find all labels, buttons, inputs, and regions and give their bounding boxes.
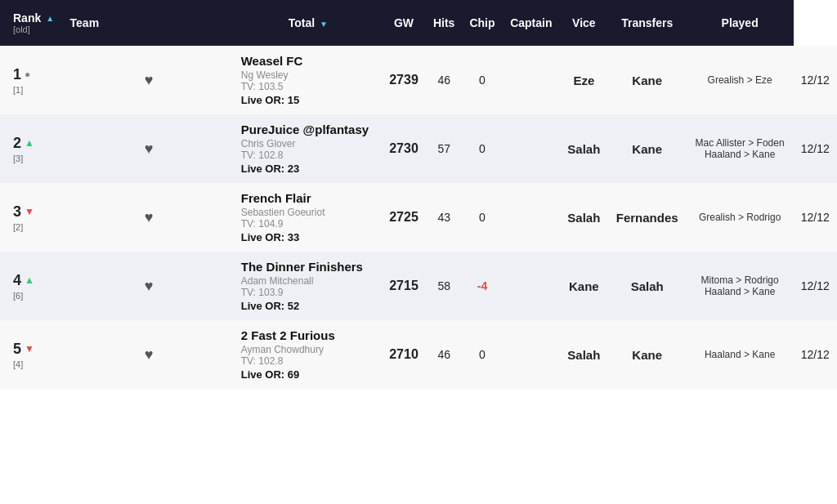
rank-value: 5	[13, 341, 21, 358]
total-cell: 2715	[382, 252, 426, 320]
team-name[interactable]: The Dinner Finishers	[241, 260, 375, 274]
transfers-cell: Mac Allister > FodenHaaland > Kane	[687, 114, 794, 183]
played-value: 12/12	[801, 74, 830, 87]
table-row: 4 ▲ [6] ♥ The Dinner Finishers Adam Mitc…	[0, 252, 837, 320]
hits-value: 0	[479, 142, 486, 155]
transfers-cell: Haaland > Kane	[687, 320, 794, 389]
chip-label: Chip	[469, 16, 495, 29]
vice-value: Kane	[632, 348, 662, 362]
vice-cell: Fernandes	[608, 183, 687, 252]
team-name[interactable]: French Flair	[241, 191, 375, 205]
team-name[interactable]: 2 Fast 2 Furious	[241, 328, 375, 342]
favorite-cell[interactable]: ♥	[64, 114, 235, 183]
gw-cell: 58	[426, 252, 462, 320]
heart-icon[interactable]: ♥	[145, 72, 154, 88]
total-cell: 2710	[382, 320, 426, 389]
total-cell: 2725	[382, 183, 426, 252]
heart-icon[interactable]: ♥	[145, 209, 154, 225]
transfers-cell: Mitoma > RodrigoHaaland > Kane	[687, 252, 794, 320]
team-live-or: Live OR: 69	[241, 368, 375, 381]
rank-number: 3 ▼	[13, 203, 57, 221]
hits-value: 0	[479, 74, 486, 87]
team-name[interactable]: PureJuice @plfantasy	[241, 123, 375, 136]
heart-icon[interactable]: ♥	[145, 346, 154, 363]
transfers-header: Transfers	[608, 0, 687, 46]
table-row: 2 ▲ [3] ♥ PureJuice @plfantasy Chris Glo…	[0, 114, 837, 183]
gw-value: 46	[437, 74, 450, 87]
team-live-or: Live OR: 52	[241, 300, 375, 312]
rank-cell: 2 ▲ [3]	[0, 114, 64, 183]
chip-cell	[503, 183, 560, 252]
team-tv: TV: 104.9	[241, 218, 375, 230]
table-header-row: Rank ▲ [old] Team Total ▼ GW Hits Chip C…	[0, 0, 837, 46]
rank-direction-icon: ▼	[25, 206, 34, 217]
rank-cell: 4 ▲ [6]	[0, 252, 64, 320]
total-cell: 2730	[382, 114, 426, 183]
rank-header[interactable]: Rank ▲ [old]	[0, 0, 64, 46]
total-value: 2725	[389, 210, 418, 224]
played-cell: 12/12	[794, 114, 837, 183]
leaderboard-container: Rank ▲ [old] Team Total ▼ GW Hits Chip C…	[0, 0, 837, 389]
leaderboard-table: Rank ▲ [old] Team Total ▼ GW Hits Chip C…	[0, 0, 837, 389]
gw-cell: 43	[426, 183, 462, 252]
team-name[interactable]: Weasel FC	[241, 54, 375, 68]
hits-value: 0	[479, 211, 486, 224]
team-live-or: Live OR: 33	[241, 231, 375, 243]
total-header[interactable]: Total ▼	[235, 0, 382, 46]
rank-direction-icon: ●	[25, 69, 30, 80]
vice-cell: Kane	[608, 114, 687, 183]
team-manager: Adam Mitchenall	[241, 275, 375, 287]
chip-cell	[503, 46, 560, 114]
hits-cell: 0	[462, 320, 502, 389]
gw-cell: 46	[426, 46, 462, 114]
gw-value: 46	[437, 348, 450, 361]
captain-value: Salah	[567, 142, 600, 156]
team-header: Team	[64, 0, 235, 46]
captain-cell: Salah	[560, 320, 608, 389]
chip-cell	[503, 252, 560, 320]
captain-cell: Kane	[560, 252, 608, 320]
hits-value: 0	[479, 348, 486, 361]
hits-cell: 0	[462, 183, 502, 252]
team-label: Team	[70, 16, 100, 29]
rank-sort-icon[interactable]: ▲	[46, 14, 54, 23]
total-value: 2715	[389, 279, 418, 292]
team-manager: Ayman Chowdhury	[241, 344, 375, 355]
gw-value: 57	[437, 142, 450, 155]
transfers-cell: Grealish > Eze	[687, 46, 794, 114]
vice-value: Kane	[632, 142, 662, 156]
played-cell: 12/12	[794, 46, 837, 114]
rank-old-value: [6]	[13, 291, 57, 301]
rank-number: 4 ▲	[13, 272, 57, 289]
heart-icon[interactable]: ♥	[145, 140, 154, 157]
favorite-cell[interactable]: ♥	[64, 252, 235, 320]
favorite-cell[interactable]: ♥	[64, 46, 235, 114]
total-sort-icon[interactable]: ▼	[320, 20, 328, 29]
transfers-line1: Mac Allister > Foden	[693, 137, 787, 149]
team-live-or: Live OR: 15	[241, 94, 375, 106]
team-cell: 2 Fast 2 Furious Ayman Chowdhury TV: 102…	[235, 320, 382, 389]
rank-value: 4	[13, 272, 21, 289]
chip-cell	[503, 114, 560, 183]
hits-label: Hits	[433, 16, 454, 29]
played-value: 12/12	[801, 348, 830, 361]
rank-direction-icon: ▼	[25, 343, 34, 355]
vice-header: Vice	[560, 0, 608, 46]
played-value: 12/12	[801, 211, 830, 224]
transfers-line2: Haaland > Kane	[693, 149, 787, 160]
team-tv: TV: 103.5	[241, 81, 375, 92]
gw-cell: 57	[426, 114, 462, 183]
gw-cell: 46	[426, 320, 462, 389]
table-row: 3 ▼ [2] ♥ French Flair Sebastien Goeurio…	[0, 183, 837, 252]
favorite-cell[interactable]: ♥	[64, 320, 235, 389]
heart-icon[interactable]: ♥	[145, 278, 154, 294]
total-value: 2730	[389, 141, 418, 155]
team-tv: TV: 102.8	[241, 149, 375, 161]
transfers-cell: Grealish > Rodrigo	[687, 183, 794, 252]
rank-direction-icon: ▲	[25, 274, 34, 286]
played-cell: 12/12	[794, 320, 837, 389]
total-cell: 2739	[382, 46, 426, 114]
favorite-cell[interactable]: ♥	[64, 183, 235, 252]
hits-cell: 0	[462, 114, 502, 183]
team-manager: Ng Wesley	[241, 69, 375, 81]
